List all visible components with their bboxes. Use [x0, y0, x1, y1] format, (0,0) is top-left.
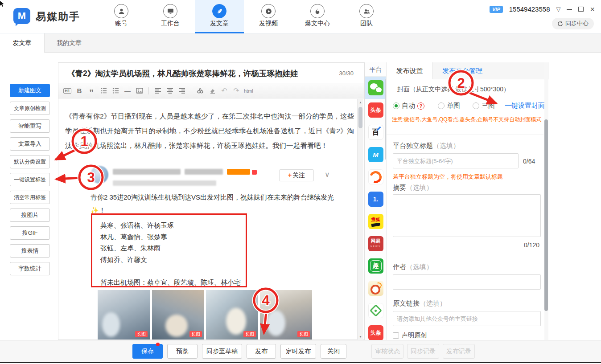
sync-center-label: 同步中心	[565, 20, 589, 28]
names-line: 傅如乔、许馨文	[100, 254, 246, 266]
declare-original-checkbox[interactable]	[393, 332, 399, 339]
platform-item-weibo[interactable]	[365, 277, 386, 299]
cover-note: 注意:微信号,大鱼号,QQ看点,趣头条,企鹅号不支持自动封面模式	[392, 116, 541, 123]
platform-item-green-eye[interactable]	[365, 299, 386, 322]
align-right-icon[interactable]	[177, 86, 186, 95]
app-name: 易媒助手	[36, 10, 80, 24]
page-tabbar: 发文章 我的文章	[0, 33, 601, 53]
panel-scrollbar[interactable]	[544, 62, 548, 340]
default-category-button[interactable]: 默认分类设置	[10, 155, 50, 168]
platform-item-netease[interactable]: 网易NEWS	[365, 233, 386, 255]
article-title-input[interactable]: 《青2》淘汰学员机场照，林凡酷帅张楚寒捧鲜花，许杨玉琢抱娃娃	[67, 68, 298, 79]
nav-item-team[interactable]: 团队	[342, 0, 391, 33]
platform-item-sina-kandian[interactable]	[365, 166, 386, 188]
blockquote-icon[interactable]: ”	[87, 86, 96, 95]
help-icon[interactable]: ?	[417, 102, 424, 110]
insert-image-icon[interactable]	[135, 86, 144, 95]
heading-icon[interactable]: H1	[63, 86, 72, 95]
redo-icon[interactable]: ↷	[232, 86, 241, 95]
originality-check-button[interactable]: 文章原创检测	[10, 102, 50, 115]
scrollbar-thumb[interactable]	[358, 107, 362, 128]
scroll-up-icon[interactable]: ▲	[358, 101, 363, 104]
collage-photo: 长图	[152, 290, 204, 339]
platform-scrollbar[interactable]	[385, 79, 386, 160]
bottom-action-bar: 保存 预览 同步至草稿 发布 定时发布 关闭 审核状态 同步记录 发布记录	[0, 340, 601, 363]
app-logo-icon: M	[13, 8, 30, 24]
sync-draft-button[interactable]: 同步至草稿	[202, 344, 242, 359]
publish-settings-panel: 发布设置 发布平台管理 封面（从正文中选择,最佳尺寸500*300） 自动 ? …	[387, 62, 549, 340]
radio-single-image[interactable]	[438, 102, 445, 109]
eraser-icon[interactable]	[208, 86, 217, 95]
maximize-icon[interactable]	[578, 7, 584, 12]
platform-item-toutiao-partial[interactable]: 头条	[365, 322, 386, 340]
nav-item-publish-article[interactable]: 发文章	[195, 0, 244, 33]
article-import-button[interactable]: 文章导入	[10, 137, 50, 151]
search-gif-button[interactable]: 搜GIF	[10, 226, 50, 240]
platform-item-wechat[interactable]	[365, 77, 386, 99]
toutiao-icon: 头条	[368, 102, 383, 118]
align-left-icon[interactable]	[153, 86, 162, 95]
radio-auto[interactable]	[393, 102, 399, 109]
smart-rewrite-button[interactable]: 智能重写	[10, 119, 50, 133]
skin-dropdown-icon[interactable]: ▽	[556, 6, 560, 12]
platform-item-toutiao[interactable]: 头条	[365, 99, 386, 121]
tab-publish-article[interactable]: 发文章	[0, 33, 45, 53]
chevron-down-icon[interactable]: ∨	[325, 170, 330, 179]
account-person-icon	[114, 4, 128, 18]
platform-item-baijiahao[interactable]: 百	[365, 121, 386, 143]
tab-platform-manage[interactable]: 发布平台管理	[433, 62, 492, 79]
platform-header: 平台	[365, 62, 386, 77]
bold-icon[interactable]: B	[75, 86, 84, 95]
save-button[interactable]: 保存	[132, 344, 163, 359]
clear-tags-button[interactable]: 清空常用标签	[10, 191, 50, 204]
source-link-input[interactable]	[393, 311, 541, 326]
independent-title-input[interactable]	[393, 153, 519, 168]
scroll-down-icon[interactable]: ▼	[358, 335, 363, 338]
ordered-list-icon[interactable]	[99, 86, 108, 95]
minimize-icon[interactable]	[567, 9, 572, 10]
platform-item-sohu[interactable]: 搜狐	[365, 210, 386, 233]
word-count-button[interactable]: 字数统计	[10, 262, 50, 275]
html-source-icon[interactable]: html	[244, 86, 253, 95]
hot-center-flame-icon	[310, 4, 325, 18]
tab-publish-settings[interactable]: 发布设置	[387, 62, 433, 79]
follow-button[interactable]: +关注	[279, 169, 314, 181]
editor-scrollbar[interactable]: ▲ ▼	[357, 99, 363, 340]
sina-kandian-icon	[368, 169, 383, 184]
toolbar-separator	[191, 87, 191, 94]
nav-item-publish-video[interactable]: 发视频	[244, 0, 293, 33]
horizontal-rule-icon[interactable]: —	[123, 86, 132, 95]
one-click-cover-link[interactable]: 一键设置封面	[505, 102, 545, 110]
search-emoji-button[interactable]: 搜表情	[10, 244, 50, 258]
tab-my-articles[interactable]: 我的文章	[45, 33, 94, 53]
search-image-button[interactable]: 搜图片	[10, 209, 50, 222]
scheduled-publish-button[interactable]: 定时发布	[280, 344, 316, 359]
names-line: 林凡、葛鑫怡、张楚寒	[100, 231, 246, 243]
nav-item-workbench[interactable]: 工作台	[146, 0, 195, 33]
close-button[interactable]: 关闭	[321, 344, 346, 359]
platform-item-qutoutiao[interactable]: 趣	[365, 255, 386, 277]
summary-textarea[interactable]	[393, 194, 541, 237]
nav-item-hot-center[interactable]: 爆文中心	[293, 0, 342, 33]
preview-button[interactable]: 预览	[167, 344, 198, 359]
platform-item-dayu[interactable]: M	[365, 143, 386, 166]
new-article-button[interactable]: 新建图文	[10, 84, 50, 97]
article-editor: 《青2》淘汰学员机场照，林凡酷帅张楚寒捧鲜花，许杨玉琢抱娃娃 30/30 H1 …	[58, 62, 365, 340]
panel-scrollbar-thumb[interactable]	[544, 119, 548, 311]
close-icon[interactable]: ×	[590, 7, 595, 12]
nav-item-account[interactable]: 账号	[97, 0, 146, 33]
independent-title-note: 若平台独立标题为空，将使用文章默认标题	[393, 173, 503, 181]
unordered-list-icon[interactable]	[111, 86, 120, 95]
radio-three-images[interactable]	[473, 102, 479, 109]
publish-button[interactable]: 发布	[247, 344, 276, 359]
platform-item-yidianzixun[interactable]: 1.	[365, 188, 386, 210]
names-line-blank	[100, 265, 246, 277]
find-replace-icon[interactable]	[196, 86, 205, 95]
editor-content[interactable]: 《青春有你2》节目播到现在，人员是越来越少了，在第三次排名中也淘汰一部分的学员，…	[59, 99, 357, 339]
quick-tags-button[interactable]: 一键设置标签	[10, 173, 50, 186]
independent-title-label: 平台独立标题（选填）	[393, 142, 460, 150]
align-center-icon[interactable]	[165, 86, 174, 95]
author-input[interactable]	[393, 274, 541, 290]
sync-center-button[interactable]: 同步中心	[552, 18, 594, 29]
undo-icon[interactable]: ↶	[220, 86, 229, 95]
